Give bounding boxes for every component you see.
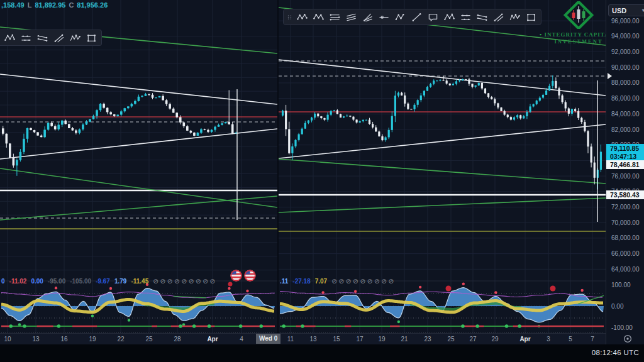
tool-cross-trend-icon[interactable]	[491, 10, 506, 24]
current-price-value: 79,110.85	[610, 145, 644, 153]
tool-rectangle-tool-icon[interactable]	[523, 10, 539, 24]
tool-pattern-ac-icon[interactable]	[2, 31, 18, 45]
time-axis-label: 25	[447, 336, 454, 343]
time-axis-label: 28	[174, 336, 180, 343]
tool-drag-handle-icon[interactable]	[286, 10, 294, 24]
price-axis-label: 90,000.00	[611, 64, 640, 71]
price-axis-label: 88,000.00	[611, 79, 640, 86]
tool-pattern-wy-icon[interactable]	[294, 10, 310, 24]
level-price-tag: 73,580.43	[606, 190, 644, 199]
crosshair-date-label: Wed 0	[256, 334, 280, 344]
price-axis-label: 94,000.00	[611, 33, 640, 40]
tool-channel-dots-icon[interactable]	[474, 10, 490, 24]
tool-cross-trend-icon[interactable]	[51, 31, 67, 45]
indicator-values-right: .11-27.187.07⊘⊘⊘⊘⊘⊘⊘⊘⊘	[280, 277, 396, 285]
tool-comment-bubble-icon[interactable]	[425, 10, 441, 24]
tool-zigzag-wave-icon[interactable]	[507, 10, 523, 24]
tool-rectangle-tool-icon[interactable]	[84, 31, 99, 45]
price-axis-label: 76,000.00	[611, 173, 640, 180]
tool-pattern-ae-icon[interactable]	[311, 10, 326, 24]
indicator-value: -11.45	[131, 278, 148, 285]
currency-label: USD	[612, 7, 626, 14]
ohlc-readout: ,158.49L81,892.95C81,956.26	[1, 1, 108, 9]
tool-pattern-15-icon[interactable]	[392, 10, 408, 24]
time-axis-label: 5	[569, 336, 572, 343]
oscillator-axis-label: 0.00	[611, 303, 623, 310]
current-price-tag: 79,110.85 03:47:13	[606, 144, 644, 160]
us-flag-event-icon	[231, 270, 242, 282]
time-axis-label: 3	[547, 336, 550, 343]
time-axis-label: 16	[60, 336, 67, 343]
time-axis-label: 11	[287, 336, 294, 343]
indicator-value: C	[69, 1, 74, 9]
drawing-toolbar-left	[0, 30, 102, 46]
tool-disjoint-angle-icon[interactable]	[343, 10, 359, 24]
indicator-value: -105.00	[70, 278, 91, 285]
time-axis-label: 7	[591, 336, 594, 343]
indicator-value: 7.07	[315, 278, 327, 285]
chart-panel-left: ,158.49L81,892.95C81,956.26 0-11.020.00-…	[0, 0, 277, 362]
tool-horizontal-ray-icon[interactable]	[376, 10, 392, 24]
price-axis-label: 64,000.00	[611, 266, 640, 273]
time-axis-label: 25	[145, 336, 152, 343]
time-axis-label: 22	[117, 336, 124, 343]
currency-selector[interactable]: USD ▾	[608, 4, 644, 16]
utc-clock: 08:12:46 UTC	[592, 349, 639, 356]
time-axis-label: 4	[240, 336, 243, 343]
chart-panel-right: .11-27.187.07⊘⊘⊘⊘⊘⊘⊘⊘⊘	[279, 0, 606, 362]
time-axis-label: 15	[333, 336, 340, 343]
level-arrow-icon	[608, 73, 612, 79]
time-axis-label: 23	[424, 336, 431, 343]
indicator-value: 1.79	[114, 278, 126, 285]
price-axis-label: 66,000.00	[611, 250, 640, 257]
chart-canvas-right[interactable]	[279, 0, 606, 344]
hidden-series-icon: ⊘⊘⊘⊘⊘⊘⊘⊘⊘	[331, 277, 396, 285]
tool-multi-ray-icon[interactable]	[360, 10, 375, 24]
time-axis-label: 13	[309, 336, 316, 343]
drawing-toolbar-right	[283, 9, 541, 25]
tool-parallel-channel-icon[interactable]	[327, 10, 343, 24]
tool-flat-channel-icon[interactable]	[18, 31, 34, 45]
tool-zigzag-wave-icon[interactable]	[67, 31, 83, 45]
time-axis-label: 29	[491, 336, 498, 343]
time-axis-label: 21	[401, 336, 408, 343]
price-axis-label: 72,000.00	[611, 204, 640, 211]
status-bar: 08:12:46 UTC	[0, 344, 644, 362]
us-flag-event-icon	[245, 270, 256, 282]
price-axis-label: 86,000.00	[611, 95, 640, 102]
indicator-value: ,158.49	[1, 1, 25, 9]
indicator-value: -9.67	[96, 278, 110, 285]
indicator-value: -11.02	[9, 278, 27, 285]
price-axis-label: 84,000.00	[611, 111, 640, 118]
indicator-values-left: 0-11.020.00-95.00-105.00-9.671.79-11.45⊘…	[1, 277, 217, 285]
time-axis-label: 19	[378, 336, 385, 343]
tool-channel-dots-icon[interactable]	[35, 31, 50, 45]
tool-trend-line-icon[interactable]	[409, 10, 425, 24]
indicator-value: -95.00	[48, 278, 65, 285]
tool-pattern-ac-icon[interactable]	[441, 10, 457, 24]
time-axis-label: Apr	[207, 336, 218, 343]
tool-flat-channel-icon[interactable]	[458, 10, 474, 24]
indicator-value: 0.00	[31, 278, 43, 285]
price-axis-label: 70,000.00	[611, 219, 640, 226]
oscillator-axis-label: -100.00	[611, 324, 633, 331]
indicator-value: 0	[1, 278, 5, 285]
indicator-value: L	[28, 1, 32, 9]
indicator-value: 81,956.26	[77, 1, 108, 9]
oscillator-axis-label: 100.00	[611, 282, 631, 288]
chart-canvas-left[interactable]	[0, 0, 277, 344]
secondary-price-tag: 78,466.81	[606, 160, 644, 169]
indicator-value: 81,892.95	[35, 1, 65, 9]
time-axis-label: 27	[469, 336, 476, 343]
price-axis-label: 96,000.00	[611, 18, 640, 25]
price-axis-label: 68,000.00	[611, 234, 640, 241]
indicator-value: -27.18	[292, 278, 310, 285]
price-axis[interactable]: USD ▾ 96,000.0094,000.0092,000.0090,000.…	[606, 0, 644, 344]
price-axis-label: 82,000.00	[611, 126, 640, 133]
time-axis-label: 10	[4, 336, 11, 343]
time-axis-label: 13	[32, 336, 39, 343]
settings-target-icon[interactable]	[623, 334, 633, 344]
time-axis-label: 17	[356, 336, 363, 343]
time-axis-label: 19	[89, 336, 96, 343]
time-axis-label: Apr	[519, 336, 530, 343]
